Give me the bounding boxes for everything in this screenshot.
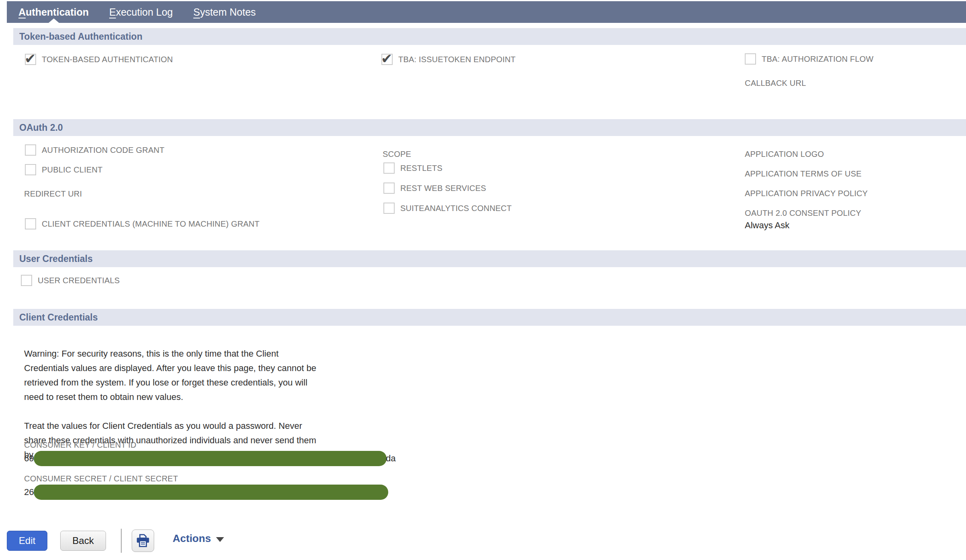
tab-execution-log-label: xecution Log — [116, 6, 173, 18]
client-credentials-m2m-grant-checkbox[interactable] — [25, 218, 36, 229]
actions-menu-label: Actions — [173, 532, 211, 545]
tba-issuetoken-endpoint-label: TBA: ISSUETOKEN ENDPOINT — [398, 55, 516, 64]
token-based-authentication-checkbox[interactable] — [25, 54, 36, 65]
user-credentials-label: USER CREDENTIALS — [38, 276, 120, 285]
restlets-label: RESTLETS — [400, 164, 442, 173]
print-button[interactable] — [132, 530, 154, 552]
public-client-checkbox[interactable] — [25, 164, 36, 175]
tba-authorization-flow-checkbox[interactable] — [745, 53, 756, 65]
tab-system-notes-label: ystem Notes — [200, 6, 256, 18]
section-title: Token-based Authentication — [19, 31, 143, 42]
back-button[interactable]: Back — [60, 531, 106, 551]
section-title: User Credentials — [19, 254, 93, 264]
rest-web-services-checkbox[interactable] — [383, 183, 395, 194]
authorization-code-grant-checkbox[interactable] — [25, 144, 36, 156]
application-logo-label: APPLICATION LOGO — [745, 150, 824, 159]
field-rest-web-services: REST WEB SERVICES — [383, 183, 486, 194]
application-terms-of-use-label: APPLICATION TERMS OF USE — [745, 169, 862, 179]
printer-icon — [135, 533, 151, 548]
section-header-user-credentials: User Credentials — [13, 250, 966, 267]
section-title: OAuth 2.0 — [19, 122, 63, 133]
suiteanalytics-connect-label: SUITEANALYTICS CONNECT — [400, 204, 512, 213]
footer-separator — [121, 529, 122, 553]
tab-execution-log[interactable]: Execution Log — [109, 1, 173, 23]
scope-label: SCOPE — [383, 150, 411, 159]
actions-menu-button[interactable]: Actions — [173, 532, 224, 545]
consumer-key-redaction-bar — [34, 451, 387, 466]
field-suiteanalytics-connect: SUITEANALYTICS CONNECT — [383, 203, 512, 214]
field-tba-issuetoken-endpoint: TBA: ISSUETOKEN ENDPOINT — [381, 54, 516, 65]
callback-url-label: CALLBACK URL — [745, 79, 806, 88]
tab-authentication-label: uthentication — [26, 6, 89, 18]
field-restlets: RESTLETS — [383, 162, 442, 174]
restlets-checkbox[interactable] — [383, 162, 395, 174]
user-credentials-checkbox[interactable] — [21, 275, 32, 286]
section-header-token-based-authentication: Token-based Authentication — [13, 28, 966, 45]
field-authorization-code-grant: AUTHORIZATION CODE GRANT — [25, 144, 165, 156]
application-privacy-policy-label: APPLICATION PRIVACY POLICY — [745, 189, 868, 198]
field-client-credentials-m2m-grant: CLIENT CREDENTIALS (MACHINE TO MACHINE) … — [25, 218, 259, 229]
tab-execution-log-accesskey: E — [109, 6, 116, 18]
field-user-credentials: USER CREDENTIALS — [21, 275, 120, 286]
public-client-label: PUBLIC CLIENT — [42, 165, 103, 174]
section-header-client-credentials: Client Credentials — [13, 309, 966, 326]
chevron-down-icon — [216, 537, 224, 542]
consumer-secret-redaction-bar — [34, 485, 388, 500]
consumer-key-value-suffix: da — [386, 453, 395, 464]
oauth-consent-policy-label: OAUTH 2.0 CONSENT POLICY — [745, 209, 861, 218]
consumer-key-label: CONSUMER KEY / CLIENT ID — [24, 440, 137, 450]
token-based-authentication-label: TOKEN-BASED AUTHENTICATION — [42, 55, 173, 64]
client-credentials-m2m-grant-label: CLIENT CREDENTIALS (MACHINE TO MACHINE) … — [42, 219, 259, 229]
field-tba-authorization-flow: TBA: AUTHORIZATION FLOW — [745, 53, 874, 65]
rest-web-services-label: REST WEB SERVICES — [400, 184, 486, 193]
suiteanalytics-connect-checkbox[interactable] — [383, 203, 395, 214]
redirect-uri-label: REDIRECT URI — [24, 189, 82, 199]
field-public-client: PUBLIC CLIENT — [25, 164, 103, 175]
authorization-code-grant-label: AUTHORIZATION CODE GRANT — [42, 146, 165, 155]
field-token-based-authentication: TOKEN-BASED AUTHENTICATION — [25, 54, 173, 65]
oauth-consent-policy-value: Always Ask — [745, 220, 789, 231]
tab-authentication[interactable]: Authentication — [18, 1, 89, 23]
tba-issuetoken-endpoint-checkbox[interactable] — [381, 54, 393, 65]
warning-paragraph-1: Warning: For security reasons, this is t… — [24, 347, 397, 404]
consumer-secret-value-prefix: 26 — [24, 487, 34, 497]
tab-authentication-accesskey: A — [18, 6, 26, 18]
tab-system-notes-accesskey: S — [193, 6, 200, 18]
tba-authorization-flow-label: TBA: AUTHORIZATION FLOW — [762, 55, 874, 64]
integration-record-page: Authentication Execution Log System Note… — [0, 0, 966, 560]
consumer-secret-label: CONSUMER SECRET / CLIENT SECRET — [24, 474, 178, 483]
tab-bar: Authentication Execution Log System Note… — [7, 1, 966, 23]
section-header-oauth: OAuth 2.0 — [13, 119, 966, 136]
consumer-key-value-prefix: 69 — [24, 453, 34, 464]
edit-button[interactable]: Edit — [7, 531, 47, 551]
section-title: Client Credentials — [19, 312, 98, 323]
tab-system-notes[interactable]: System Notes — [193, 1, 256, 23]
